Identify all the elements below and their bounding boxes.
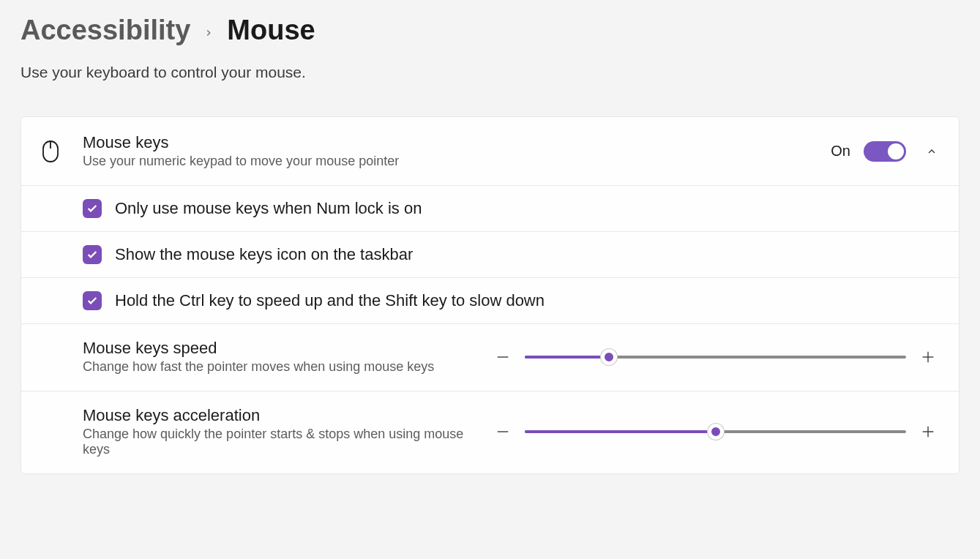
acceleration-title: Mouse keys acceleration bbox=[83, 406, 471, 425]
mouse-keys-title: Mouse keys bbox=[83, 133, 831, 152]
breadcrumb: Accessibility Mouse bbox=[20, 15, 960, 46]
toggle-state-label: On bbox=[831, 143, 850, 160]
speed-description: Change how fast the pointer moves when u… bbox=[83, 359, 471, 375]
settings-panel: Mouse keys Use your numeric keypad to mo… bbox=[20, 116, 960, 474]
numlock-checkbox[interactable] bbox=[83, 199, 102, 218]
mouse-icon bbox=[42, 140, 65, 163]
numlock-option-row: Only use mouse keys when Num lock is on bbox=[21, 186, 959, 232]
speed-slider[interactable] bbox=[525, 356, 906, 359]
speed-decrease-button[interactable] bbox=[493, 347, 513, 367]
numlock-label: Only use mouse keys when Num lock is on bbox=[115, 199, 422, 218]
acceleration-slider-row: Mouse keys acceleration Change how quick… bbox=[21, 391, 959, 473]
speed-increase-button[interactable] bbox=[918, 347, 938, 367]
page-title: Mouse bbox=[227, 15, 315, 46]
speed-slider-row: Mouse keys speed Change how fast the poi… bbox=[21, 324, 959, 391]
acceleration-slider[interactable] bbox=[525, 430, 906, 433]
page-description: Use your keyboard to control your mouse. bbox=[20, 64, 960, 81]
ctrl-shift-option-row: Hold the Ctrl key to speed up and the Sh… bbox=[21, 278, 959, 324]
taskbar-icon-option-row: Show the mouse keys icon on the taskbar bbox=[21, 232, 959, 278]
mouse-keys-text: Mouse keys Use your numeric keypad to mo… bbox=[83, 133, 831, 169]
chevron-up-icon[interactable] bbox=[925, 145, 938, 158]
mouse-keys-toggle[interactable] bbox=[864, 141, 906, 162]
acceleration-decrease-button[interactable] bbox=[493, 421, 513, 442]
acceleration-description: Change how quickly the pointer starts & … bbox=[83, 427, 471, 457]
speed-title: Mouse keys speed bbox=[83, 339, 471, 358]
ctrl-shift-checkbox[interactable] bbox=[83, 291, 102, 310]
breadcrumb-parent[interactable]: Accessibility bbox=[20, 15, 190, 46]
taskbar-icon-label: Show the mouse keys icon on the taskbar bbox=[115, 245, 413, 264]
mouse-keys-header-row[interactable]: Mouse keys Use your numeric keypad to mo… bbox=[21, 117, 959, 186]
ctrl-shift-label: Hold the Ctrl key to speed up and the Sh… bbox=[115, 291, 545, 310]
taskbar-icon-checkbox[interactable] bbox=[83, 245, 102, 264]
mouse-keys-description: Use your numeric keypad to move your mou… bbox=[83, 154, 831, 169]
chevron-right-icon bbox=[203, 23, 214, 42]
acceleration-increase-button[interactable] bbox=[918, 421, 938, 442]
